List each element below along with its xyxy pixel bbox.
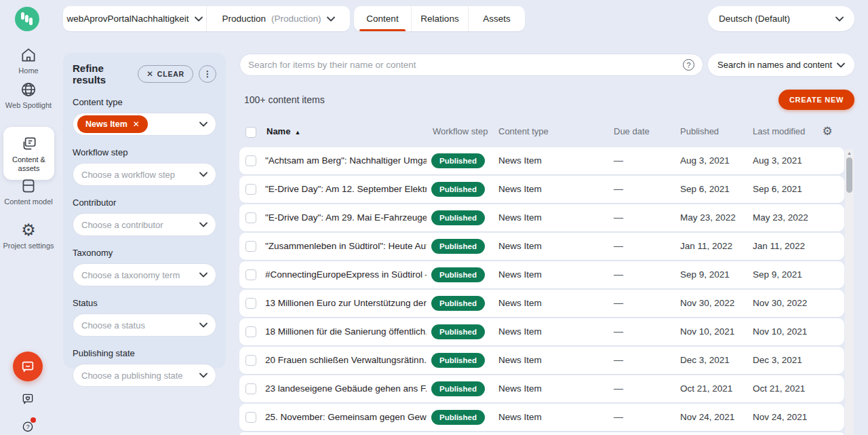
content-model-icon bbox=[20, 177, 37, 195]
publishing-state-select[interactable]: Choose a publishing state bbox=[73, 364, 216, 387]
item-content-type: News Item bbox=[498, 383, 542, 394]
refine-title: Refine results bbox=[73, 62, 132, 86]
environment-selector[interactable]: Production (Production) bbox=[206, 6, 350, 31]
contributor-select[interactable]: Choose a contributor bbox=[73, 213, 216, 236]
row-checkbox[interactable] bbox=[245, 212, 256, 223]
workflow-status-badge: Published bbox=[431, 267, 485, 282]
item-name: 18 Millionen für die Sanierung öffentlic… bbox=[265, 326, 427, 337]
item-published-date: Nov 30, 2022 bbox=[680, 298, 734, 308]
search-scope-selector[interactable]: Search in names and content bbox=[708, 54, 854, 76]
item-content-type: News Item bbox=[498, 212, 542, 223]
chevron-down-icon bbox=[199, 322, 208, 328]
table-row[interactable]: 23 landeseigene Gebäude gehen ans F... P… bbox=[239, 375, 844, 402]
search-scope-value: Search in names and content bbox=[717, 60, 832, 70]
table-row[interactable]: 25. November: Gemeinsam gegen Gewa... Pu… bbox=[239, 404, 844, 431]
feedback-heart-icon[interactable] bbox=[21, 392, 35, 406]
chevron-down-icon bbox=[199, 121, 208, 127]
table-row[interactable]: 18 Millionen für die Sanierung öffentlic… bbox=[239, 318, 844, 345]
language-selector[interactable]: Deutsch (Default) bbox=[708, 6, 854, 31]
table-row[interactable]: "Achtsam am Berg": Nachhaltiger Umga... … bbox=[239, 147, 844, 174]
sidebar-item-project-settings[interactable]: ⚙︎ Project settings bbox=[3, 221, 54, 250]
tab-content[interactable]: Content bbox=[354, 6, 411, 31]
item-content-type: News Item bbox=[498, 269, 542, 280]
row-checkbox[interactable] bbox=[245, 412, 256, 423]
remove-chip-icon[interactable]: ✕ bbox=[133, 119, 140, 129]
row-checkbox[interactable] bbox=[245, 326, 256, 337]
row-checkbox[interactable] bbox=[245, 383, 256, 394]
taxonomy-select[interactable]: Choose a taxonomy term bbox=[73, 263, 216, 286]
tab-relations[interactable]: Relations bbox=[411, 6, 468, 31]
app-logo[interactable] bbox=[15, 7, 39, 31]
items-count: 100+ content items bbox=[244, 94, 325, 105]
table-row[interactable]: "E-Drive Day": Am 12. September Elektr..… bbox=[239, 176, 844, 203]
row-checkbox[interactable] bbox=[245, 155, 256, 166]
sort-asc-icon: ▲ bbox=[294, 129, 300, 136]
sidebar-item-home[interactable]: Home bbox=[3, 46, 54, 75]
chat-bubble-button[interactable] bbox=[13, 352, 43, 381]
column-workflow-step[interactable]: Workflow step bbox=[433, 126, 488, 136]
item-published-date: Jan 11, 2022 bbox=[680, 241, 732, 251]
scrollbar-up-arrow-icon[interactable]: ▲ bbox=[845, 151, 854, 155]
project-environment-selector: webAprovPortalNachhaltigkeit Production … bbox=[63, 6, 350, 31]
clear-filters-button[interactable]: ✕ CLEAR bbox=[138, 65, 193, 83]
create-new-button[interactable]: CREATE NEW bbox=[778, 90, 854, 110]
sidebar-item-content-assets[interactable]: Content & assets bbox=[3, 127, 54, 180]
column-content-type[interactable]: Content type bbox=[498, 126, 549, 136]
table-row-partial[interactable] bbox=[239, 432, 844, 435]
close-icon: ✕ bbox=[146, 69, 154, 79]
content-type-select[interactable]: News Item ✕ bbox=[73, 113, 216, 136]
table-header: Name▲ Workflow step Content type Due dat… bbox=[239, 126, 844, 141]
column-settings-gear-icon[interactable]: ⚙︎ bbox=[821, 125, 834, 138]
table-row[interactable]: "E-Drive Day": Am 29. Mai E-Fahrzeuge ..… bbox=[239, 204, 844, 231]
table-row[interactable]: #ConnectingEuropeExpress in Südtirol –..… bbox=[239, 261, 844, 288]
row-checkbox[interactable] bbox=[245, 298, 256, 309]
filter-label-publishing-state: Publishing state bbox=[73, 348, 216, 358]
tab-assets[interactable]: Assets bbox=[468, 6, 525, 31]
table-row[interactable]: 13 Millionen Euro zur Unterstützung der … bbox=[239, 290, 844, 317]
column-published[interactable]: Published bbox=[680, 126, 719, 136]
item-name: "E-Drive Day": Am 12. September Elektr..… bbox=[265, 184, 427, 194]
sidebar-item-web-spotlight[interactable]: Web Spotlight bbox=[3, 81, 54, 110]
search-bar: ? bbox=[239, 54, 703, 76]
workflow-status-badge: Published bbox=[431, 410, 485, 425]
item-content-type: News Item bbox=[498, 355, 542, 365]
table-row[interactable]: 20 Frauen schließen Verwaltungsrätinn...… bbox=[239, 347, 844, 374]
item-published-date: Sep 9, 2021 bbox=[680, 269, 730, 280]
row-checkbox[interactable] bbox=[245, 355, 256, 366]
workflow-step-select[interactable]: Choose a workflow step bbox=[73, 163, 216, 186]
item-due-date: — bbox=[614, 297, 623, 308]
refine-menu-button[interactable]: ⋮ bbox=[199, 65, 216, 83]
item-last-modified-date: Nov 30, 2022 bbox=[753, 298, 807, 308]
item-last-modified-date: Dec 3, 2021 bbox=[753, 355, 802, 365]
item-content-type: News Item bbox=[498, 155, 542, 166]
pages-icon bbox=[20, 135, 38, 153]
language-value: Deutsch (Default) bbox=[719, 14, 790, 24]
item-due-date: — bbox=[614, 326, 623, 337]
chat-smile-icon bbox=[20, 359, 35, 374]
search-help-icon[interactable]: ? bbox=[683, 59, 694, 71]
project-selector[interactable]: webAprovPortalNachhaltigkeit bbox=[63, 6, 206, 31]
select-all-checkbox[interactable] bbox=[245, 127, 256, 138]
column-last-modified[interactable]: Last modified bbox=[753, 126, 805, 136]
row-checkbox[interactable] bbox=[245, 241, 256, 252]
item-published-date: May 23, 2022 bbox=[680, 212, 736, 223]
status-select[interactable]: Choose a status bbox=[73, 314, 216, 337]
table-row[interactable]: "Zusammenleben in Südtirol": Heute Auf..… bbox=[239, 233, 844, 260]
help-icon[interactable]: ? bbox=[21, 419, 35, 433]
column-name[interactable]: Name▲ bbox=[267, 126, 300, 136]
search-input[interactable] bbox=[248, 60, 683, 70]
item-last-modified-date: Nov 24, 2021 bbox=[753, 412, 807, 422]
item-due-date: — bbox=[614, 269, 623, 280]
chevron-down-icon bbox=[199, 373, 208, 378]
main-tabs: Content Relations Assets bbox=[354, 6, 525, 31]
scrollbar-thumb[interactable] bbox=[846, 157, 852, 193]
table-scrollbar[interactable]: ▲ bbox=[845, 149, 854, 435]
sidebar-item-content-model[interactable]: Content model bbox=[3, 177, 54, 206]
row-checkbox[interactable] bbox=[245, 269, 256, 280]
item-published-date: Oct 21, 2021 bbox=[680, 383, 732, 394]
column-due-date[interactable]: Due date bbox=[614, 126, 650, 136]
environment-name: Production bbox=[222, 14, 266, 24]
row-checkbox[interactable] bbox=[245, 184, 256, 195]
workflow-status-badge: Published bbox=[431, 239, 485, 254]
chevron-down-icon bbox=[327, 16, 335, 22]
